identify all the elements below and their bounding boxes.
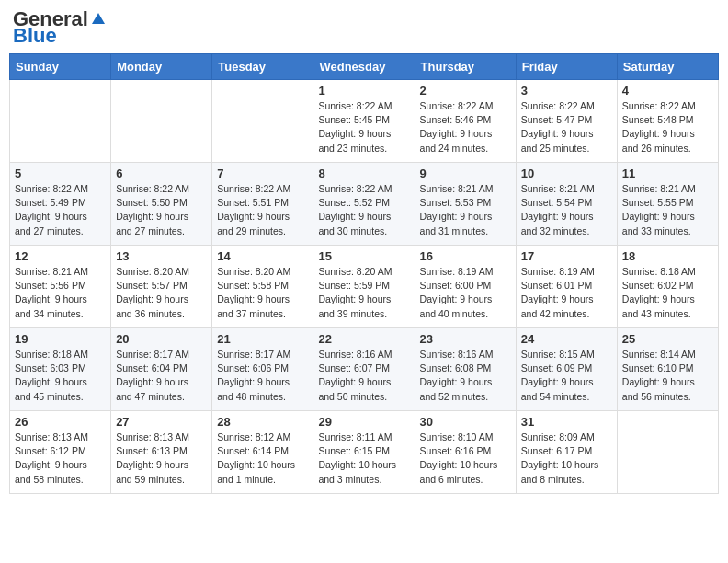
svg-marker-0 (92, 13, 105, 24)
day-number: 21 (217, 332, 308, 346)
day-number: 8 (318, 167, 409, 180)
calendar-cell: 5Sunrise: 8:22 AM Sunset: 5:49 PM Daylig… (10, 163, 111, 246)
day-info: Sunrise: 8:18 AM Sunset: 6:02 PM Dayligh… (622, 265, 713, 321)
calendar-cell: 31Sunrise: 8:09 AM Sunset: 6:17 PM Dayli… (516, 411, 617, 494)
col-header-sunday: Sunday (10, 54, 111, 80)
day-info: Sunrise: 8:22 AM Sunset: 5:48 PM Dayligh… (622, 99, 713, 155)
day-info: Sunrise: 8:20 AM Sunset: 5:57 PM Dayligh… (116, 265, 207, 321)
page-header: General Blue (9, 9, 719, 46)
col-header-monday: Monday (111, 54, 212, 80)
day-number: 2 (420, 84, 511, 98)
day-number: 22 (318, 332, 409, 346)
calendar-cell: 21Sunrise: 8:17 AM Sunset: 6:06 PM Dayli… (212, 328, 313, 411)
day-number: 16 (420, 249, 511, 263)
day-info: Sunrise: 8:22 AM Sunset: 5:47 PM Dayligh… (521, 99, 612, 155)
day-number: 6 (116, 167, 207, 180)
calendar-cell: 13Sunrise: 8:20 AM Sunset: 5:57 PM Dayli… (111, 246, 212, 328)
calendar-cell (617, 411, 718, 494)
calendar-cell: 14Sunrise: 8:20 AM Sunset: 5:58 PM Dayli… (212, 246, 313, 328)
day-info: Sunrise: 8:17 AM Sunset: 6:06 PM Dayligh… (217, 348, 308, 404)
calendar-cell: 19Sunrise: 8:18 AM Sunset: 6:03 PM Dayli… (10, 328, 111, 411)
day-info: Sunrise: 8:19 AM Sunset: 6:00 PM Dayligh… (420, 265, 511, 321)
calendar-cell: 30Sunrise: 8:10 AM Sunset: 6:16 PM Dayli… (415, 411, 516, 494)
day-info: Sunrise: 8:22 AM Sunset: 5:49 PM Dayligh… (15, 182, 106, 238)
day-number: 23 (420, 332, 511, 346)
calendar-cell: 9Sunrise: 8:21 AM Sunset: 5:53 PM Daylig… (415, 163, 516, 246)
calendar-table: SundayMondayTuesdayWednesdayThursdayFrid… (9, 53, 719, 494)
calendar-cell: 12Sunrise: 8:21 AM Sunset: 5:56 PM Dayli… (10, 246, 111, 328)
day-info: Sunrise: 8:20 AM Sunset: 5:58 PM Dayligh… (217, 265, 308, 321)
calendar-week-row: 12Sunrise: 8:21 AM Sunset: 5:56 PM Dayli… (10, 246, 719, 328)
day-info: Sunrise: 8:14 AM Sunset: 6:10 PM Dayligh… (622, 348, 713, 404)
logo-icon (90, 11, 107, 28)
day-number: 18 (622, 249, 713, 263)
day-number: 24 (521, 332, 612, 346)
day-number: 26 (15, 415, 106, 429)
calendar-cell: 22Sunrise: 8:16 AM Sunset: 6:07 PM Dayli… (313, 328, 415, 411)
calendar-cell: 25Sunrise: 8:14 AM Sunset: 6:10 PM Dayli… (617, 328, 718, 411)
logo: General Blue (13, 9, 107, 46)
day-info: Sunrise: 8:16 AM Sunset: 6:08 PM Dayligh… (420, 348, 511, 404)
calendar-cell: 10Sunrise: 8:21 AM Sunset: 5:54 PM Dayli… (516, 163, 617, 246)
day-number: 4 (622, 84, 713, 98)
calendar-cell (212, 80, 313, 163)
day-info: Sunrise: 8:22 AM Sunset: 5:45 PM Dayligh… (318, 99, 409, 155)
day-info: Sunrise: 8:19 AM Sunset: 6:01 PM Dayligh… (521, 265, 612, 321)
day-info: Sunrise: 8:21 AM Sunset: 5:56 PM Dayligh… (15, 265, 106, 321)
calendar-cell: 27Sunrise: 8:13 AM Sunset: 6:13 PM Dayli… (111, 411, 212, 494)
day-number: 5 (15, 167, 106, 180)
calendar-cell: 29Sunrise: 8:11 AM Sunset: 6:15 PM Dayli… (313, 411, 415, 494)
calendar-week-row: 5Sunrise: 8:22 AM Sunset: 5:49 PM Daylig… (10, 163, 719, 246)
col-header-friday: Friday (516, 54, 617, 80)
day-number: 28 (217, 415, 308, 429)
calendar-cell: 2Sunrise: 8:22 AM Sunset: 5:46 PM Daylig… (415, 80, 516, 163)
day-info: Sunrise: 8:20 AM Sunset: 5:59 PM Dayligh… (318, 265, 409, 321)
logo-blue-text: Blue (13, 26, 57, 46)
day-number: 14 (217, 249, 308, 263)
col-header-thursday: Thursday (415, 54, 516, 80)
calendar-cell: 18Sunrise: 8:18 AM Sunset: 6:02 PM Dayli… (617, 246, 718, 328)
calendar-week-row: 19Sunrise: 8:18 AM Sunset: 6:03 PM Dayli… (10, 328, 719, 411)
calendar-header-row: SundayMondayTuesdayWednesdayThursdayFrid… (10, 54, 719, 80)
calendar-cell: 16Sunrise: 8:19 AM Sunset: 6:00 PM Dayli… (415, 246, 516, 328)
calendar-cell: 1Sunrise: 8:22 AM Sunset: 5:45 PM Daylig… (313, 80, 415, 163)
day-info: Sunrise: 8:16 AM Sunset: 6:07 PM Dayligh… (318, 348, 409, 404)
day-info: Sunrise: 8:21 AM Sunset: 5:53 PM Dayligh… (420, 182, 511, 238)
day-info: Sunrise: 8:11 AM Sunset: 6:15 PM Dayligh… (318, 431, 409, 487)
day-info: Sunrise: 8:10 AM Sunset: 6:16 PM Dayligh… (420, 431, 511, 487)
day-info: Sunrise: 8:12 AM Sunset: 6:14 PM Dayligh… (217, 431, 308, 487)
calendar-week-row: 26Sunrise: 8:13 AM Sunset: 6:12 PM Dayli… (10, 411, 719, 494)
calendar-cell: 23Sunrise: 8:16 AM Sunset: 6:08 PM Dayli… (415, 328, 516, 411)
day-info: Sunrise: 8:17 AM Sunset: 6:04 PM Dayligh… (116, 348, 207, 404)
calendar-cell: 24Sunrise: 8:15 AM Sunset: 6:09 PM Dayli… (516, 328, 617, 411)
calendar-cell: 7Sunrise: 8:22 AM Sunset: 5:51 PM Daylig… (212, 163, 313, 246)
calendar-cell: 3Sunrise: 8:22 AM Sunset: 5:47 PM Daylig… (516, 80, 617, 163)
day-number: 15 (318, 249, 409, 263)
calendar-cell: 8Sunrise: 8:22 AM Sunset: 5:52 PM Daylig… (313, 163, 415, 246)
day-number: 10 (521, 167, 612, 180)
day-number: 17 (521, 249, 612, 263)
calendar-cell: 28Sunrise: 8:12 AM Sunset: 6:14 PM Dayli… (212, 411, 313, 494)
calendar-cell: 15Sunrise: 8:20 AM Sunset: 5:59 PM Dayli… (313, 246, 415, 328)
day-info: Sunrise: 8:18 AM Sunset: 6:03 PM Dayligh… (15, 348, 106, 404)
calendar-cell: 20Sunrise: 8:17 AM Sunset: 6:04 PM Dayli… (111, 328, 212, 411)
col-header-saturday: Saturday (617, 54, 718, 80)
calendar-cell: 11Sunrise: 8:21 AM Sunset: 5:55 PM Dayli… (617, 163, 718, 246)
calendar-cell: 26Sunrise: 8:13 AM Sunset: 6:12 PM Dayli… (10, 411, 111, 494)
day-number: 25 (622, 332, 713, 346)
calendar-cell: 17Sunrise: 8:19 AM Sunset: 6:01 PM Dayli… (516, 246, 617, 328)
day-number: 31 (521, 415, 612, 429)
day-info: Sunrise: 8:13 AM Sunset: 6:12 PM Dayligh… (15, 431, 106, 487)
col-header-wednesday: Wednesday (313, 54, 415, 80)
day-info: Sunrise: 8:22 AM Sunset: 5:51 PM Dayligh… (217, 182, 308, 238)
day-info: Sunrise: 8:13 AM Sunset: 6:13 PM Dayligh… (116, 431, 207, 487)
day-number: 13 (116, 249, 207, 263)
day-number: 1 (318, 84, 409, 98)
calendar-cell (10, 80, 111, 163)
calendar-cell: 4Sunrise: 8:22 AM Sunset: 5:48 PM Daylig… (617, 80, 718, 163)
day-info: Sunrise: 8:22 AM Sunset: 5:52 PM Dayligh… (318, 182, 409, 238)
day-number: 11 (622, 167, 713, 180)
calendar-cell: 6Sunrise: 8:22 AM Sunset: 5:50 PM Daylig… (111, 163, 212, 246)
day-number: 20 (116, 332, 207, 346)
col-header-tuesday: Tuesday (212, 54, 313, 80)
